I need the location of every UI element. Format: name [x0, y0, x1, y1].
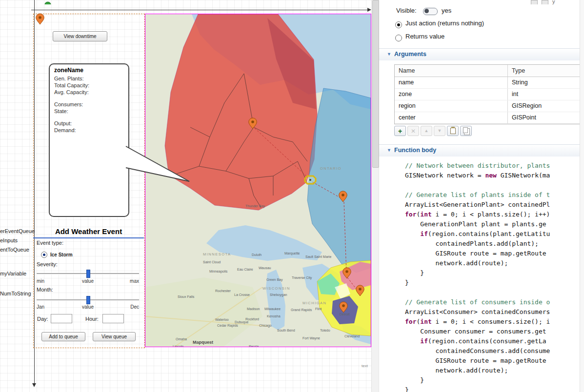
panel-right-scrollbar[interactable] [580, 0, 584, 392]
action-type-options: Just action (returns nothing)Returns val… [395, 20, 484, 46]
copy-button[interactable] [460, 126, 472, 136]
slider-label: Jan [37, 304, 44, 310]
code-line: } [405, 385, 580, 392]
model-element-label[interactable]: NumToString [0, 291, 31, 296]
model-element-label[interactable]: entToQueue [0, 247, 29, 253]
canvas-vertical-scrollbar[interactable] [371, 0, 379, 392]
day-label: Day: [37, 316, 48, 322]
ice-storm-radio[interactable] [41, 252, 47, 258]
severity-label: Severity: [37, 261, 58, 267]
code-line: // Generate list of plants inside of t [405, 190, 580, 200]
scrollbar-thumb[interactable] [372, 0, 379, 168]
code-editor[interactable]: // Network between distributor, plantsGI… [405, 161, 580, 392]
weather-heading: Add Weather Event [33, 227, 144, 235]
ice-storm-option[interactable]: Ice Storm [41, 250, 73, 259]
column-header: Type [508, 65, 580, 77]
model-element-label[interactable]: erEventQueue [0, 228, 35, 234]
code-line: if(region.contains(plant.getLatitu [405, 229, 580, 239]
code-line: } [405, 375, 580, 385]
code-line: containedPlants.add(plant); [405, 239, 580, 249]
paste-icon [450, 128, 456, 134]
callout-line: State: [54, 108, 124, 115]
toolbar-label-fragment: y [552, 0, 555, 4]
move-down-icon: ▼ [438, 129, 442, 133]
model-element-label[interactable]: eInputs [0, 237, 18, 243]
code-line: GenerationPlant plant = plants.ge [405, 219, 580, 229]
ice-storm-label: Ice Storm [50, 252, 73, 257]
month-slider[interactable] [37, 296, 139, 304]
code-line [405, 288, 580, 297]
argument-cell: GISRegion [508, 100, 580, 112]
column-header: Name [395, 65, 508, 77]
callout-line: Consumers: [54, 101, 124, 108]
delete-button: ✕ [407, 126, 419, 136]
code-line: } [405, 278, 580, 288]
add-icon: + [398, 128, 402, 135]
x-axis-arrow-icon [367, 8, 371, 12]
day-input[interactable] [51, 314, 72, 323]
argument-row[interactable]: zoneint [395, 89, 580, 100]
move-down-button: ▼ [434, 126, 445, 136]
argument-row[interactable]: regionGISRegion [395, 100, 580, 112]
toolbar-icon[interactable] [531, 0, 538, 4]
callout-line: Total Capacity: [54, 82, 124, 89]
view-downtime-button[interactable]: View downtime [53, 31, 107, 41]
table-toolbar: +✕▲▼ [394, 126, 472, 136]
zone-callout[interactable]: zoneName Gen. Plants:Total Capacity:Avg.… [49, 63, 129, 217]
clipped-toolbar-icons: y [531, 0, 555, 4]
callout-line: Output: [54, 120, 124, 127]
model-canvas[interactable]: erEventQueueeInputsentToQueuemyVariableN… [0, 0, 371, 392]
map-attribution: Mapquest [193, 340, 213, 345]
month-label: Month: [37, 287, 53, 293]
paste-button[interactable] [447, 126, 459, 136]
radio-selected-icon[interactable] [395, 21, 402, 28]
section-title: Function body [394, 147, 436, 154]
view-queue-button[interactable]: View queue [93, 332, 136, 341]
argument-row[interactable]: nameString [395, 77, 580, 89]
argument-cell: name [395, 77, 508, 88]
agent-person-icon[interactable] [44, 0, 52, 4]
callout-line: Demand: [54, 127, 124, 134]
code-line: if(region.contains(consumer.getLa [405, 336, 580, 346]
code-line: // Network between distributor, plants [405, 161, 580, 171]
slider-label: value [82, 304, 94, 310]
move-up-button: ▲ [421, 126, 432, 136]
code-line: for(int i = 0; i < consumers.size(); i [405, 317, 580, 327]
canvas-pin-icon[interactable] [35, 13, 45, 25]
function-body-section-header[interactable]: ▼ Function body [379, 144, 584, 157]
toolbar-icon[interactable] [542, 0, 548, 4]
argument-row[interactable]: centerGISPoint [395, 112, 580, 124]
argument-cell: int [508, 89, 580, 100]
severity-slider-handle[interactable] [86, 270, 90, 278]
weather-heading-rule [33, 237, 144, 238]
code-line: // Generate list of consumers inside o [405, 297, 580, 307]
radio-unselected-icon[interactable] [395, 35, 402, 41]
month-slider-labels: JanvalueDec [37, 304, 139, 310]
arguments-table[interactable]: NameType nameStringzoneintregionGISRegio… [394, 64, 581, 124]
code-line: Consumer consumer = consumers.get [405, 327, 580, 336]
add-to-queue-button[interactable]: Add to queue [41, 332, 85, 341]
callout-line: Gen. Plants: [54, 75, 124, 82]
toggle-knob-icon [424, 9, 429, 13]
hour-input[interactable] [102, 314, 124, 323]
argument-cell: zone [395, 89, 508, 100]
code-line: ArrayList<Consumer> containedConsumers [405, 307, 580, 317]
month-slider-handle[interactable] [86, 296, 90, 304]
hour-label: Hour: [85, 316, 99, 322]
visible-value: yes [442, 7, 451, 14]
delete-icon: ✕ [411, 128, 416, 134]
callout-line [54, 96, 124, 101]
slider-label: value [82, 278, 94, 284]
model-element-label[interactable]: myVariable [0, 271, 26, 276]
action-radio-option[interactable]: Just action (returns nothing) [395, 20, 484, 33]
visible-toggle[interactable] [423, 8, 438, 15]
add-button[interactable]: + [394, 126, 406, 136]
radio-label: Returns value [405, 33, 444, 40]
severity-slider-labels: minvaluemax [37, 278, 139, 284]
y-axis-arrow-icon [32, 383, 36, 387]
chevron-down-icon: ▼ [387, 148, 391, 153]
severity-slider[interactable] [37, 270, 139, 277]
arguments-section-header[interactable]: ▼ Arguments [379, 48, 584, 60]
slider-label: max [130, 278, 139, 284]
action-radio-option[interactable]: Returns value [395, 33, 484, 46]
